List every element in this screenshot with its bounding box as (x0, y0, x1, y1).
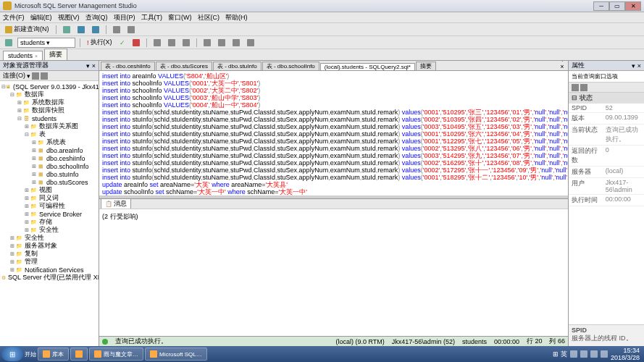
property-row[interactable]: 返回的行数0 (569, 146, 644, 167)
clock-date[interactable]: 2018/3/28 (611, 354, 640, 361)
taskbar-item[interactable] (70, 348, 88, 361)
property-row[interactable]: 执行时间00:00:00 (569, 195, 644, 206)
tree-item[interactable]: ⊞▦dbo.stuInfo (0, 170, 99, 178)
categorize-icon[interactable] (572, 84, 579, 91)
close-button[interactable]: ✕ (625, 1, 641, 11)
object-tree[interactable]: ⊟🖥(SQL Server 9.0.1399 - Jkx417-56\admin… (0, 81, 99, 346)
menu-item[interactable]: 项目(P) (114, 13, 135, 22)
status-cols: 列 66 (549, 337, 565, 346)
connect-button[interactable]: 连接(O) (3, 71, 25, 80)
document-tab[interactable]: 表 - dbo.stuInfo (213, 62, 262, 70)
tree-item[interactable]: ⊟🖥(SQL Server 9.0.1399 - Jkx417-56\admin (0, 83, 99, 90)
document-tabs: 表 - dbo.ceshiInfo表 - dbo.stuScores表 - db… (99, 61, 568, 71)
menu-item[interactable]: 工具(T) (141, 13, 163, 22)
indent-button[interactable] (230, 38, 242, 48)
document-tab[interactable]: 表 - dbo.stuScores (156, 62, 212, 70)
stop-button[interactable] (130, 38, 142, 48)
status-db: students (462, 338, 487, 345)
tree-item[interactable]: ⊞📁数据库关系图 (0, 122, 99, 130)
menu-item[interactable]: 帮助(H) (225, 13, 248, 22)
messages-output: (2 行受影响) (99, 209, 568, 336)
tray-icon[interactable] (601, 350, 608, 358)
az-sort-icon[interactable] (580, 84, 587, 91)
top-tabstrip: students× 摘要 (0, 49, 644, 61)
property-row[interactable]: 服务器(local) (569, 167, 644, 178)
sql-editor[interactable]: insert into areaInfo VALUES('S804','船山区'… (99, 71, 568, 195)
tree-item[interactable]: ⊞▦dbo.schoolInfo (0, 162, 99, 170)
menu-item[interactable]: 窗口(W) (168, 13, 192, 22)
menu-item[interactable]: 社区(C) (198, 13, 220, 22)
tree-item[interactable]: ⊞📁系统表 (0, 138, 99, 146)
object-explorer-toolbar: 连接(O) ▾ (0, 71, 99, 81)
document-tab[interactable]: 摘要 (416, 62, 436, 70)
execute-button[interactable]: ! 执行(X) (85, 38, 114, 48)
parse-button[interactable]: ✓ (117, 38, 127, 48)
status-time: 00:00:00 (494, 338, 519, 345)
property-category[interactable]: ⊟ 状态 (569, 93, 644, 104)
tree-item[interactable]: ⊞▦dbo.ceshiInfo (0, 154, 99, 162)
start-button[interactable]: ⊞ (1, 347, 23, 361)
properties-panel: 属性 ▾ × 当前查询窗口选项 ⊟ 状态 SPID52版本09.00.1399当… (568, 61, 644, 346)
property-row[interactable]: 用户Jkx417-56\admin (569, 178, 644, 195)
comment-button[interactable] (201, 38, 213, 48)
tool-button[interactable] (111, 25, 122, 35)
tab-close-icon[interactable]: × (35, 54, 38, 59)
properties-subtitle: 当前查询窗口选项 (569, 71, 644, 83)
new-query-button[interactable]: 新建查询(N) (3, 25, 51, 35)
ime-indicator[interactable]: ⊞ 英 (553, 350, 567, 359)
results-file-button[interactable] (180, 38, 192, 48)
properties-grid[interactable]: ⊟ 状态 SPID52版本09.00.1399当前状态查询已成功执行。返回的行数… (569, 93, 644, 324)
clock-time[interactable]: 15:34 (611, 347, 640, 354)
messages-tab[interactable]: 📋 消息 (101, 198, 131, 209)
taskbar-item[interactable]: Microsoft SQL… (145, 348, 207, 361)
menu-item[interactable]: 编辑(E) (30, 13, 52, 22)
document-tab[interactable]: 表 - dbo.ceshiInfo (101, 62, 155, 70)
tree-item[interactable]: ⊞📁可编程性 (0, 202, 99, 210)
tree-item[interactable]: ⊞📁管理 (0, 258, 99, 266)
panel-close-icon[interactable]: ▾ × (632, 62, 641, 70)
system-tray[interactable]: ⊞ 英 15:34 2018/3/28 (553, 347, 643, 361)
panel-close-icon[interactable]: ▾ × (86, 62, 96, 70)
tab-summary[interactable]: 摘要 (44, 49, 67, 60)
save-button[interactable] (75, 25, 87, 35)
minimize-button[interactable]: ─ (593, 1, 609, 11)
open-button[interactable] (61, 25, 72, 35)
property-row[interactable]: SPID52 (569, 104, 644, 113)
document-tab[interactable]: (local).students - SQLQuery2.sql* (320, 63, 415, 70)
menu-item[interactable]: 查询(Q) (85, 13, 108, 22)
tab-students[interactable]: students× (3, 51, 43, 60)
center-panel: 表 - dbo.ceshiInfo表 - dbo.stuScores表 - db… (99, 61, 568, 346)
tray-icon[interactable] (590, 350, 598, 358)
menu-item[interactable]: 文件(F) (3, 13, 25, 22)
tree-item[interactable]: ⊞📁服务器对象 (0, 242, 99, 250)
tree-item[interactable]: ⊞📁安全性 (0, 226, 99, 234)
tray-icon[interactable] (570, 350, 577, 358)
results-text-button[interactable] (166, 38, 177, 48)
db-selector[interactable] (3, 38, 14, 48)
tree-item[interactable]: ⊞📁复制 (0, 250, 99, 258)
taskbar-item[interactable]: 雨与魔文章… (89, 348, 143, 361)
tree-item[interactable]: ⚙SQL Server 代理(已禁用代理 XP) (0, 274, 99, 282)
outdent-button[interactable] (245, 38, 256, 48)
db-dropdown[interactable]: students ▾ (17, 38, 75, 48)
refresh-icon[interactable] (32, 72, 39, 80)
tool-button-2[interactable] (125, 25, 137, 35)
tree-item[interactable]: ⊞▦dbo.areaInfo (0, 146, 99, 154)
status-user: Jkx417-56\admin (52) (392, 338, 455, 345)
property-row[interactable]: 当前状态查询已成功执行。 (569, 125, 644, 146)
uncomment-button[interactable] (216, 38, 227, 48)
menu-item[interactable]: 视图(V) (58, 13, 80, 22)
start-label[interactable]: 开始 (25, 350, 36, 358)
maximize-button[interactable]: ▭ (609, 1, 625, 11)
tray-icon[interactable] (580, 350, 587, 358)
doctabs-close-icon[interactable]: ▾ × (558, 61, 566, 70)
property-row[interactable]: 版本09.00.1399 (569, 113, 644, 125)
object-explorer-panel: 对象资源管理器 ▾ × 连接(O) ▾ ⊟🖥(SQL Server 9.0.13… (0, 61, 99, 346)
save-all-button[interactable] (90, 25, 101, 35)
results-grid-button[interactable] (151, 38, 163, 48)
document-tab[interactable]: 表 - dbo.schoolInfo (262, 62, 319, 70)
tree-item[interactable]: ⊞📁数据库快照 (0, 106, 99, 114)
taskbar-item[interactable]: 库本 (38, 348, 69, 361)
filter-icon[interactable] (41, 72, 48, 80)
toolbar-2: students ▾ ! 执行(X) ✓ (0, 36, 644, 49)
